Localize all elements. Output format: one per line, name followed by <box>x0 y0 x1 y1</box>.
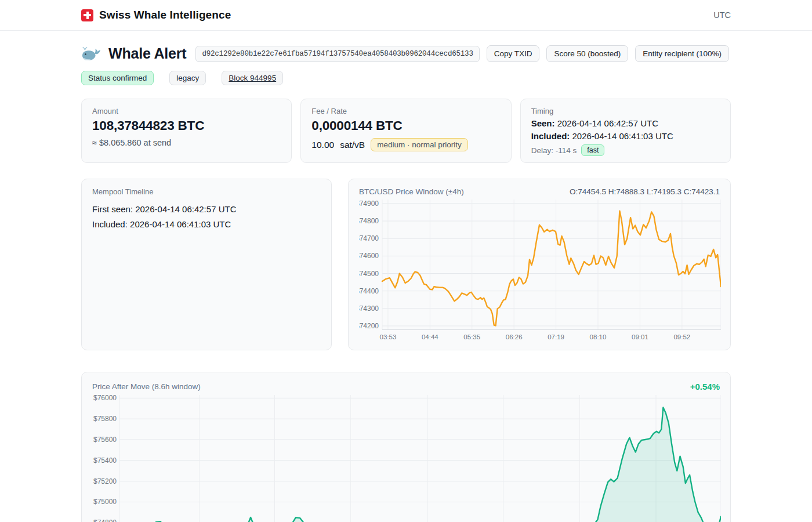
entity-recipient-button[interactable]: Entity recipient (100%) <box>635 45 729 62</box>
fee-card: Fee / Rate 0,0000144 BTC 10.00 sat/vB me… <box>300 99 511 163</box>
mempool-title: Mempool Timeline <box>92 187 321 196</box>
swiss-flag-icon <box>81 9 93 21</box>
svg-text:06:26: 06:26 <box>506 334 523 340</box>
svg-text:03:53: 03:53 <box>380 334 397 340</box>
alert-title-row: Whale Alert d92c1292e80b1e22c7e61fba5719… <box>81 45 731 62</box>
delay-text: Delay: -114 s <box>531 146 577 155</box>
block-link[interactable]: Block 944995 <box>222 71 283 85</box>
speed-badge: fast <box>581 144 604 156</box>
amount-value: 108,37844823 BTC <box>92 118 281 133</box>
svg-text:$74500: $74500 <box>359 270 379 278</box>
svg-text:07:19: 07:19 <box>548 334 564 340</box>
included-line: Included: 2026-04-14 06:41:03 UTC <box>531 131 720 141</box>
page-title: Whale Alert <box>108 45 186 62</box>
svg-text:$75400: $75400 <box>93 456 117 465</box>
app-header: Swiss Whale Intelligence UTC <box>0 0 812 31</box>
amount-card: Amount 108,37844823 BTC ≈ $8.065.860 at … <box>81 99 292 163</box>
fee-label: Fee / Rate <box>311 107 500 115</box>
badge-row: Status confirmed legacy Block 944995 <box>81 71 731 85</box>
whale-icon <box>81 46 100 62</box>
fee-rate-unit: sat/vB <box>340 140 365 150</box>
price-after-move-card: Price After Move (8.6h window) +0.54% $7… <box>81 372 731 522</box>
priority-badge: medium · normal priority <box>371 138 468 151</box>
copy-txid-button[interactable]: Copy TXID <box>487 45 540 62</box>
timing-label: Timing <box>531 107 720 115</box>
ohlc-values: O:74454.5 H:74888.3 L:74195.3 C:74423.1 <box>570 187 720 196</box>
svg-text:$74200: $74200 <box>359 322 379 330</box>
svg-text:$74400: $74400 <box>359 287 379 295</box>
svg-text:$74700: $74700 <box>359 234 379 242</box>
svg-text:08:10: 08:10 <box>590 334 607 340</box>
svg-text:04:44: 04:44 <box>422 334 438 340</box>
tx-type-badge: legacy <box>169 71 206 85</box>
svg-text:$75800: $75800 <box>93 415 117 423</box>
fee-value: 0,0000144 BTC <box>311 118 500 133</box>
status-badge: Status confirmed <box>81 71 154 85</box>
mempool-timeline-card: Mempool Timeline First seen: 2026-04-14 … <box>81 179 332 350</box>
timezone-label: UTC <box>713 10 731 20</box>
amount-label: Amount <box>92 107 281 115</box>
seen-line: Seen: 2026-04-14 06:42:57 UTC <box>531 118 720 128</box>
btc-price-chart: $74900$74800$74700$74600$74500$74400$743… <box>359 198 721 343</box>
mempool-first-seen: First seen: 2026-04-14 06:42:57 UTC <box>92 204 321 214</box>
svg-text:09:01: 09:01 <box>632 334 648 340</box>
mid-row: Mempool Timeline First seen: 2026-04-14 … <box>81 179 731 350</box>
app-title: Swiss Whale Intelligence <box>99 9 231 21</box>
mempool-included: Included: 2026-04-14 06:41:03 UTC <box>92 219 321 229</box>
svg-text:$74300: $74300 <box>359 304 379 313</box>
price-window-title: BTC/USD Price Window (±4h) <box>359 187 464 196</box>
timing-card: Timing Seen: 2026-04-14 06:42:57 UTC Inc… <box>520 99 731 163</box>
svg-text:09:52: 09:52 <box>673 334 690 340</box>
svg-text:$74600: $74600 <box>359 252 379 260</box>
svg-text:$74900: $74900 <box>359 200 379 208</box>
svg-text:$74800: $74800 <box>359 217 379 225</box>
after-move-change: +0.54% <box>690 382 720 392</box>
price-after-move-chart: $76000$75800$75600$75400$75200$75000$748… <box>92 395 721 522</box>
svg-text:$74800: $74800 <box>93 519 117 522</box>
svg-text:$76000: $76000 <box>93 395 117 402</box>
fee-rate: 10.00 <box>311 140 334 150</box>
svg-text:$75200: $75200 <box>93 477 117 485</box>
stats-row: Amount 108,37844823 BTC ≈ $8.065.860 at … <box>81 99 731 163</box>
price-window-card: BTC/USD Price Window (±4h) O:74454.5 H:7… <box>348 179 731 350</box>
svg-text:$75000: $75000 <box>93 498 117 506</box>
svg-text:$75600: $75600 <box>93 436 117 444</box>
svg-text:05:35: 05:35 <box>463 334 480 340</box>
after-move-title: Price After Move (8.6h window) <box>92 382 201 391</box>
score-button[interactable]: Score 50 (boosted) <box>546 45 628 62</box>
txid-value: d92c1292e80b1e22c7e61fba57194f13757540ea… <box>195 46 479 62</box>
amount-usd: ≈ $8.065.860 at send <box>92 138 281 147</box>
